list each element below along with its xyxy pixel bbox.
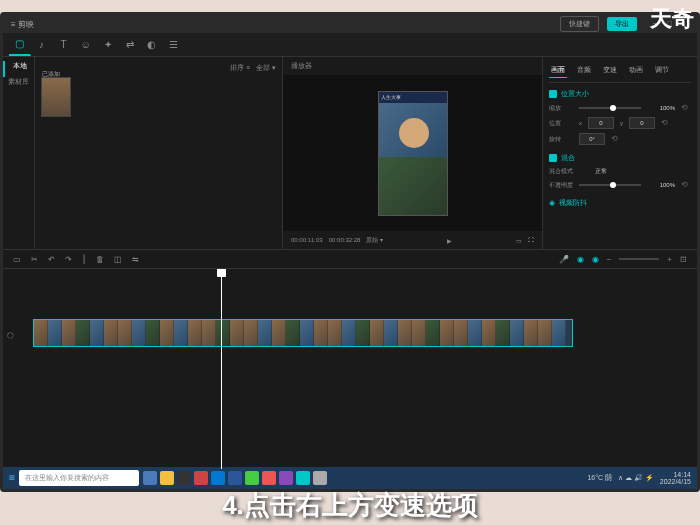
zoom-out-icon[interactable]: − [607,255,612,264]
label-rotation: 旋转 [549,135,573,144]
reset-icon[interactable]: ⟲ [661,118,671,128]
value-blend[interactable]: 正常 [579,167,607,176]
export-button[interactable]: 导出 [607,17,637,31]
input-pos-y[interactable] [629,117,655,129]
tab-adjust[interactable]: ☰ [163,33,185,56]
media-thumbnail[interactable] [41,77,71,117]
checkbox-icon[interactable] [549,90,557,98]
video-frame-upper [379,103,447,157]
ratio-icon[interactable]: ▭ [516,237,522,244]
toggle2-icon[interactable]: ◉ [592,255,599,264]
tab-media[interactable]: ▢ [9,33,31,56]
tab-audio[interactable]: ♪ [31,33,53,56]
playhead[interactable] [221,269,222,469]
tab-filter[interactable]: ◐ [141,33,163,56]
play-button[interactable]: ▶ [447,237,452,244]
toggle1-icon[interactable]: ◉ [577,255,584,264]
ratio-dropdown[interactable]: 原始 ▾ [366,236,383,245]
fx-icon: ✦ [104,39,112,50]
tab-local[interactable]: 本地 [3,61,34,77]
input-pos-x[interactable] [588,117,614,129]
toggle-icon[interactable]: ◉ [549,199,555,207]
taskbar-app[interactable] [143,471,157,485]
delete-icon[interactable]: 🗑 [96,255,104,264]
preview-title: 播放器 [283,57,542,75]
timeline[interactable]: ◯ 素材1.mp4 00:00:32:28 [3,269,697,469]
taskbar-app[interactable] [296,471,310,485]
label-scale: 缩放 [549,104,573,113]
video-clip[interactable]: 素材1.mp4 00:00:32:28 [33,319,573,347]
fullscreen-icon[interactable]: ⛶ [528,237,534,244]
checkbox-icon[interactable] [549,154,557,162]
tray-icons[interactable]: ∧ ☁ 🔊 ⚡ [618,474,654,482]
filter-dropdown[interactable]: 全部 ▾ [256,63,276,73]
time-current: 00:00:11:03 [291,237,323,243]
value-scale: 100% [647,105,675,111]
taskbar-app[interactable] [194,471,208,485]
preview-panel: 播放器 人生大事 00:00:11:03 00:00:32:28 原始 ▾ ▶ … [283,57,543,249]
sticker-icon: ☺ [80,39,90,50]
prop-tab-speed[interactable]: 变速 [601,63,619,78]
timeline-toolbar: ▭ ✂ ↶ ↷ ⎮ 🗑 ◫ ⇋ 🎤 ◉ ◉ − + ⊡ [3,249,697,269]
prop-tab-audio[interactable]: 音频 [575,63,593,78]
fit-icon[interactable]: ⊡ [680,255,687,264]
slider-scale[interactable] [579,107,641,109]
audio-icon: ♪ [39,39,44,50]
taskbar-app[interactable] [313,471,327,485]
taskbar-app[interactable] [177,471,191,485]
reset-icon[interactable]: ⟲ [681,103,691,113]
taskbar-app[interactable] [279,471,293,485]
preview-controls: 00:00:11:03 00:00:32:28 原始 ▾ ▶ ▭ ⛶ [283,231,542,249]
text-icon: T [60,39,66,50]
mic-icon[interactable]: 🎤 [559,255,569,264]
value-opacity: 100% [647,182,675,188]
phone-preview: 人生大事 [378,91,448,216]
crop-icon[interactable]: ◫ [114,255,122,264]
tab-transition[interactable]: ⇄ [119,33,141,56]
section-stabilize: 视频防抖 [559,198,587,208]
track-label[interactable]: ◯ [3,331,33,338]
label-blend: 混合模式 [549,167,573,176]
titlebar: ≡ 剪映 快捷键 导出 − □ × [3,15,697,33]
shortcut-button[interactable]: 快捷键 [560,16,599,32]
prop-tab-anim[interactable]: 动画 [627,63,645,78]
start-icon[interactable]: ⊞ [9,474,15,482]
preview-viewport[interactable]: 人生大事 [283,75,542,231]
app-title: ≡ 剪映 [11,19,34,30]
taskbar-app[interactable] [228,471,242,485]
sort-dropdown[interactable]: 排序 ≡ [230,63,250,73]
tab-sticker[interactable]: ☺ [75,33,97,56]
windows-taskbar: ⊞ 在这里输入你要搜索的内容 16°C 阴 ∧ ☁ 🔊 ⚡ 14:14 2022… [3,467,697,489]
taskbar-app[interactable] [211,471,225,485]
undo-icon[interactable]: ↶ [48,255,55,264]
tab-text[interactable]: T [53,33,75,56]
tab-library[interactable]: 素材库 [3,77,34,93]
taskbar-app[interactable] [262,471,276,485]
input-rotation[interactable] [579,133,605,145]
reset-icon[interactable]: ⟲ [611,134,621,144]
prop-tab-adjust[interactable]: 调节 [653,63,671,78]
video-title-overlay: 人生大事 [379,92,447,104]
reset-icon[interactable]: ⟲ [681,180,691,190]
cut-icon[interactable]: ✂ [31,255,38,264]
search-input[interactable]: 在这里输入你要搜索的内容 [19,470,139,486]
taskbar-time[interactable]: 14:14 [660,471,691,478]
taskbar-date[interactable]: 2022/4/15 [660,478,691,485]
slider-opacity[interactable] [579,184,641,186]
taskbar-app[interactable] [245,471,259,485]
zoom-slider[interactable] [619,258,659,260]
zoom-in-icon[interactable]: + [667,255,672,264]
tab-effects[interactable]: ✦ [97,33,119,56]
redo-icon[interactable]: ↷ [65,255,72,264]
weather-widget[interactable]: 16°C 阴 [587,473,612,483]
monitor-frame: ≡ 剪映 快捷键 导出 − □ × ▢ ♪ T ☺ ✦ ⇄ ◐ ☰ 本地 素材库… [0,12,700,492]
filter-icon: ◐ [147,39,156,50]
mirror-icon[interactable]: ⇋ [132,255,139,264]
instruction-overlay: 4.点击右上方变速选项 [0,488,700,525]
split-icon[interactable]: ⎮ [82,255,86,264]
prop-tab-picture[interactable]: 画面 [549,63,567,78]
label-opacity: 不透明度 [549,181,573,190]
taskbar-app[interactable] [160,471,174,485]
properties-panel: 画面 音频 变速 动画 调节 位置大小 缩放 100% ⟲ 位置 x y ⟲ 旋… [543,57,697,249]
select-icon[interactable]: ▭ [13,255,21,264]
